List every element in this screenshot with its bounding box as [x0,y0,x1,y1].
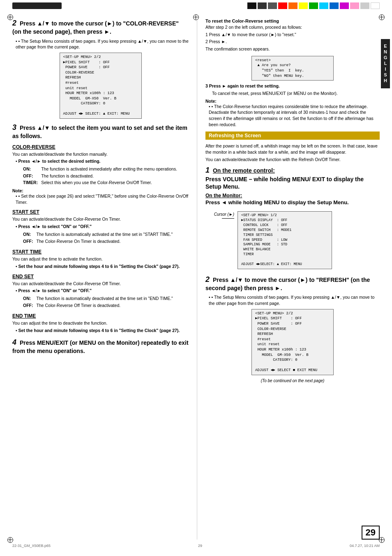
cr-off-label: OFF: [23,173,40,179]
reset-body1: After step 2 on the left column, proceed… [205,24,380,30]
cr-timer-text: Select this when you use the Color-Rever… [41,180,177,186]
start-time-body1: You can adjust the time to activate the … [12,256,189,262]
top-bar-right [196,0,392,12]
end-time-bullet1: Set the hour and minute following steps … [16,328,189,334]
reset-heading: To reset the Color-Reverse setting [205,18,380,23]
reset-step3: 3 Press ► again to reset the setting. [205,83,380,89]
cr-off-text: The function is deactivated. [41,173,177,179]
color-block-magenta [340,2,349,9]
end-time-title: END TIME [12,313,189,319]
step4-heading-text: Press MENU/EXIT (or MENU on the Monitor)… [12,339,189,354]
right-note: Note: • The Color-Reverse function requi… [205,99,380,128]
cr-timer-label: TIMER: [23,180,40,186]
ss-on-label: ON: [23,231,36,238]
step3-num: 3 [12,123,16,132]
end-set-section: END SET You can activate/deactivate the … [12,274,189,309]
cursor-label-area: Cursor (►) [205,209,234,219]
color-block-gray [360,2,369,9]
cr-off-row: OFF: The function is deactivated. [23,173,177,179]
reset-cancel: To cancel the reset, press MENU/EXIT (or… [212,90,380,97]
start-set-table: ON: The function is automatically activa… [22,231,173,245]
right-step1-on-monitor: On the Monitor: [205,193,242,198]
right-step1-heading: 1 On the remote control: Press VOLUME – … [205,166,380,190]
es-off-label: OFF: [23,302,36,309]
reset-menu-wrapper: <reset> ▲ Are you sure? "YES" then I key… [205,53,380,83]
page-number: 29 [362,526,380,540]
end-time-body1: You can adjust the time to deactivate th… [12,320,189,326]
es-on-text: The function is automatically deactivate… [37,295,173,302]
bottom-left-text: 22-31_GM_X50EB.p65 [12,544,51,548]
color-block-2 [258,2,267,9]
main-content: 2 Press ▲/▼ to move the cursor (►) to "C… [12,18,380,540]
reset-step2-body: The confirmation screen appears. [205,46,380,52]
right-step2-body1: • The Setup Menu consists of two pages. … [209,294,380,306]
right-step2-section: 2 Press ▲/▼ to move the cursor (►) to "R… [205,275,380,375]
cr-on-row: ON: The function is activated immediatel… [23,166,177,172]
black-rect [12,2,62,9]
step2-heading-text: Press ▲/▼ to move the cursor (►) to "COL… [12,20,179,35]
cr-note-text: • Set the clock (see page 26) and select… [16,193,189,205]
color-block-green [309,2,318,9]
menu-right-wrapper: <SET-UP MENU> 1/2 ►STATUS DISPLAY : OFF … [238,209,332,272]
cr-note-label: Note: [12,188,23,193]
ss-off-row: OFF: The Color-Reverse On Timer is deact… [23,238,173,245]
es-off-text: The Color-Reverse Off Timer is deactivat… [37,302,173,309]
end-set-body1: You can activate/deactivate the Color-Re… [12,281,189,287]
color-block-3 [268,2,277,9]
english-label: ENGLISH [383,44,388,84]
right-step2-heading: 2 Press ▲/▼ to move the cursor (►) to "R… [205,275,380,292]
top-bar-left [0,0,196,12]
right-step1-heading-text: Press VOLUME – while holding MENU/ EXIT … [205,176,364,190]
menu-right: <SET-UP MENU> 1/2 ►STATUS DISPLAY : OFF … [238,211,332,269]
color-block-1 [247,2,256,9]
refresh-title-text: Refreshing the Screen [209,133,261,138]
step2-body1: • The Setup Menu consists of two pages. … [16,38,189,50]
step2-section: 2 Press ▲/▼ to move the cursor (►) to "C… [12,18,189,119]
right-step2-num: 2 [205,275,210,284]
right-column: ENGLISH To reset the Color-Reverse setti… [197,18,380,540]
start-time-bullet1: Set the hour and minute following steps … [16,263,189,270]
step3-heading: 3 Press ▲/▼ to select the item you want … [12,123,189,140]
cr-on-label: ON: [23,166,40,172]
color-block-orange [288,2,297,9]
start-time-section: START TIME You can adjust the time to ac… [12,249,189,269]
start-set-title: START SET [12,209,189,215]
es-on-row: ON: The function is automatically deacti… [23,295,173,302]
start-set-body1: You can activate/deactivate the Color-Re… [12,216,189,222]
step2-num: 2 [12,19,16,27]
color-block-white [371,2,380,9]
bottom-bar: 22-31_GM_X50EB.p65 29 04.7.27, 10:21 AM [0,544,392,548]
bottom-right-text: 04.7.27, 10:21 AM [350,544,380,548]
es-off-row: OFF: The Color-Reverse Off Timer is deac… [23,302,173,309]
start-set-bullet1: Press ◄/► to select "ON" or "OFF." [16,224,189,230]
cr-timer-row: TIMER: Select this when you use the Colo… [23,180,177,186]
reset-step1: 1 Press ▲/▼ to move the cursor (►) to "r… [205,32,380,38]
color-block-pink [350,2,359,9]
left-column: 2 Press ▲/▼ to move the cursor (►) to "C… [12,18,197,540]
right-step1-heading2: Press ◄ while holding MENU to display th… [205,199,380,205]
reg-mark-tr [379,14,385,21]
color-reverse-section: COLOR-REVERSE You can activate/deactivat… [12,144,189,205]
cr-note: Note: • Set the clock (see page 26) and … [12,188,189,205]
end-time-section: END TIME You can adjust the time to deac… [12,313,189,333]
right-step1-num: 1 [205,166,210,174]
end-set-table: ON: The function is automatically deacti… [22,295,174,309]
step2-heading: 2 Press ▲/▼ to move the cursor (►) to "C… [12,18,189,36]
refresh-body2: You can activate/deactivate the function… [205,157,380,163]
right-note-label: Note: [205,99,217,104]
color-reverse-bullet1: Press ◄/► to select the desired setting. [16,158,189,164]
color-reverse-body1: You can activate/deactivate the function… [12,151,189,157]
step3-heading-text: Press ▲/▼ to select the item you want to… [12,125,187,139]
right-step1-on-monitor-section: On the Monitor: Press ◄ while holding ME… [205,193,380,205]
bottom-center-text: 29 [198,544,202,548]
ss-off-text: The Color-Reverse On Timer is deactivate… [37,238,173,245]
color-block-yellow [299,2,308,9]
refresh-title-box: Refreshing the Screen [205,132,380,140]
right-step2-heading-text: Press ▲/▼ to move the cursor (►) to "REF… [205,277,370,291]
right-step1-on-remote: On the remote control: [213,167,275,174]
cr-on-text: The function is activated immediately af… [41,166,177,172]
end-set-title: END SET [12,274,189,279]
step4-heading: 4 Press MENU/EXIT (or MENU on the Monito… [12,338,189,355]
right-note-text: • The Color-Reverse function requires co… [209,104,380,128]
continued-text: (To be continued on the next page) [205,378,380,383]
